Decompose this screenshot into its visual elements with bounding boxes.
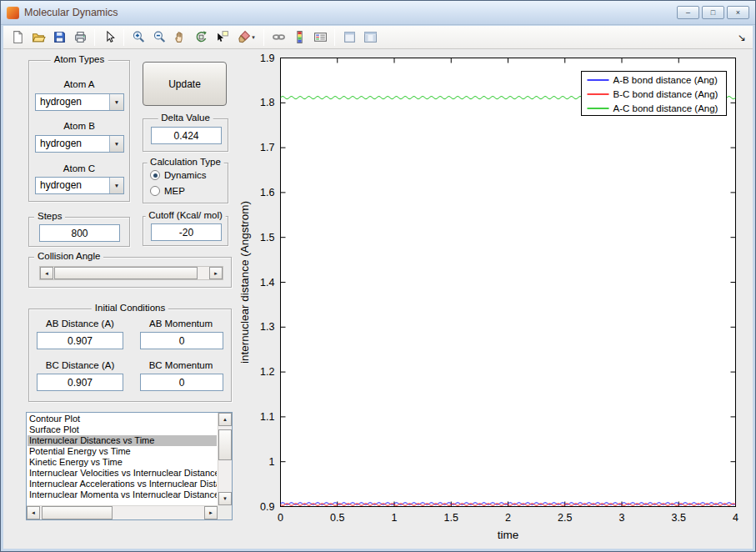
insert-colorbar-button[interactable] bbox=[289, 28, 309, 48]
update-button[interactable]: Update bbox=[143, 62, 227, 106]
radio-dynamics[interactable]: Dynamics bbox=[150, 170, 206, 180]
list-item[interactable]: Kinetic Energy vs Time bbox=[28, 457, 217, 468]
close-button[interactable]: × bbox=[727, 6, 749, 19]
atom-b-dropdown-button[interactable]: ▼ bbox=[109, 136, 123, 152]
dock-figure-icon[interactable]: ↘ bbox=[738, 32, 748, 43]
y-tick-label: 0.9 bbox=[260, 501, 274, 513]
plot-canvas[interactable]: 00.511.522.533.540.911.11.21.31.41.51.61… bbox=[238, 53, 741, 548]
cutoff-input[interactable] bbox=[151, 223, 222, 241]
atom-c-select[interactable]: hydrogen ▼ bbox=[35, 177, 124, 194]
insert-legend-button[interactable] bbox=[310, 28, 330, 48]
atom-a-select[interactable]: hydrogen ▼ bbox=[35, 93, 124, 111]
show-plot-tools-button[interactable] bbox=[360, 28, 380, 48]
atom-types-panel: Atom Types Atom A hydrogen ▼ Atom B hydr… bbox=[28, 60, 130, 202]
delta-value-panel: Delta Value bbox=[143, 118, 228, 152]
y-tick-label: 1.6 bbox=[260, 187, 274, 198]
open-file-icon bbox=[32, 30, 46, 44]
horizontal-scrollbar[interactable]: ◄ ► bbox=[27, 505, 218, 519]
vertical-scroll-thumb[interactable] bbox=[218, 429, 232, 460]
slider-left-arrow-icon[interactable]: ◄ bbox=[40, 267, 53, 279]
vertical-scrollbar[interactable]: ▲ ▼ bbox=[218, 413, 232, 505]
y-tick-label: 1.8 bbox=[260, 97, 274, 108]
new-figure-button[interactable] bbox=[8, 28, 28, 48]
chevron-down-icon: ▼ bbox=[114, 99, 119, 105]
scrollbar-corner bbox=[218, 505, 232, 519]
x-tick-label: 1.5 bbox=[444, 512, 458, 524]
app-window: Molecular Dynamics – □ × ▾ ↘ Ato bbox=[0, 0, 756, 552]
zoom-out-icon bbox=[153, 30, 167, 44]
rotate-3d-button[interactable] bbox=[191, 28, 211, 48]
atom-b-label: Atom B bbox=[29, 121, 129, 131]
hide-plot-tools-button[interactable] bbox=[339, 28, 359, 48]
ab-distance-input[interactable] bbox=[37, 332, 123, 349]
plot-type-list: Contour Plot Surface Plot Internuclear D… bbox=[28, 414, 217, 504]
title-bar[interactable]: Molecular Dynamics – □ × bbox=[1, 1, 755, 25]
zoom-in-button[interactable] bbox=[128, 28, 148, 48]
list-item[interactable]: Internuclear Momenta vs Internuclear Dis… bbox=[28, 489, 217, 500]
list-item[interactable]: Contour Plot bbox=[28, 414, 217, 424]
cutoff-panel: Cutoff (Kcal/ mol) bbox=[143, 216, 228, 246]
list-item[interactable]: Internuclear Accelerations vs Internucle… bbox=[28, 479, 217, 489]
zoom-out-button[interactable] bbox=[149, 28, 169, 48]
initial-conditions-panel: Initial Conditions AB Distance (A) AB Mo… bbox=[28, 309, 232, 402]
plot-type-listbox[interactable]: Contour Plot Surface Plot Internuclear D… bbox=[26, 412, 233, 520]
brush-menu-icon[interactable]: ▾ bbox=[252, 34, 255, 41]
list-item[interactable]: Internuclear Velocities vs Internuclear … bbox=[28, 468, 217, 479]
link-plot-icon bbox=[272, 30, 286, 44]
list-item[interactable]: Potential Energy vs Time bbox=[28, 446, 217, 457]
radio-mep[interactable]: MEP bbox=[150, 186, 185, 196]
edit-plot-button[interactable] bbox=[99, 28, 119, 48]
scroll-right-icon[interactable]: ► bbox=[204, 506, 218, 519]
slider-thumb[interactable] bbox=[54, 267, 198, 279]
plot-axes[interactable]: 00.511.522.533.540.911.11.21.31.41.51.61… bbox=[238, 53, 741, 548]
maximize-button[interactable]: □ bbox=[702, 6, 724, 19]
x-tick-label: 4 bbox=[733, 512, 738, 524]
x-tick-label: 2 bbox=[505, 512, 511, 524]
scroll-up-icon[interactable]: ▲ bbox=[218, 413, 232, 426]
bc-distance-input[interactable] bbox=[37, 374, 123, 391]
insert-colorbar-icon bbox=[293, 30, 307, 44]
x-tick-label: 1 bbox=[392, 512, 398, 524]
atom-a-dropdown-button[interactable]: ▼ bbox=[109, 94, 123, 110]
slider-track[interactable] bbox=[53, 267, 209, 279]
data-cursor-button[interactable] bbox=[212, 28, 232, 48]
open-file-button[interactable] bbox=[28, 28, 48, 48]
scroll-down-icon[interactable]: ▼ bbox=[218, 492, 232, 505]
list-item[interactable]: Surface Plot bbox=[28, 424, 217, 435]
horizontal-scroll-thumb[interactable] bbox=[42, 506, 113, 519]
pan-button[interactable] bbox=[170, 28, 190, 48]
y-tick-label: 1.4 bbox=[260, 277, 274, 289]
atom-b-select[interactable]: hydrogen ▼ bbox=[35, 135, 124, 153]
atom-c-dropdown-button[interactable]: ▼ bbox=[109, 178, 123, 193]
toolbar-separator bbox=[263, 29, 264, 46]
toolbar-separator bbox=[123, 29, 124, 46]
toolbar-separator bbox=[334, 29, 335, 46]
bc-distance-label: BC Distance (A) bbox=[29, 360, 131, 370]
matlab-figure-icon bbox=[7, 7, 19, 19]
collision-angle-slider[interactable]: ◄ ► bbox=[39, 266, 223, 280]
y-tick-label: 1.3 bbox=[260, 321, 274, 333]
steps-input[interactable] bbox=[39, 224, 120, 242]
ab-momentum-input[interactable] bbox=[140, 332, 223, 349]
x-tick-label: 3.5 bbox=[672, 512, 686, 524]
atom-types-title: Atom Types bbox=[51, 54, 108, 64]
atom-c-label: Atom C bbox=[29, 163, 129, 173]
bc-momentum-input[interactable] bbox=[140, 374, 223, 391]
radio-mep-label: MEP bbox=[164, 186, 185, 196]
cutoff-title: Cutoff (Kcal/ mol) bbox=[145, 210, 226, 220]
data-cursor-icon bbox=[215, 30, 229, 44]
list-item[interactable]: Internuclear Distances vs Time bbox=[28, 435, 217, 446]
initial-conditions-title: Initial Conditions bbox=[92, 303, 168, 313]
plot-area[interactable] bbox=[281, 58, 736, 507]
brush-data-button[interactable]: ▾ bbox=[233, 28, 259, 48]
scroll-left-icon[interactable]: ◄ bbox=[27, 506, 40, 519]
atom-c-value: hydrogen bbox=[36, 178, 109, 193]
slider-right-arrow-icon[interactable]: ► bbox=[209, 267, 223, 279]
delta-value-input[interactable] bbox=[151, 127, 222, 144]
minimize-button[interactable]: – bbox=[677, 6, 699, 19]
print-figure-button[interactable] bbox=[70, 28, 90, 48]
save-figure-button[interactable] bbox=[49, 28, 69, 48]
legend-label-2: A-C bond distance (Ang) bbox=[613, 103, 718, 113]
link-plot-button[interactable] bbox=[268, 28, 288, 48]
maximize-icon: □ bbox=[711, 9, 715, 17]
